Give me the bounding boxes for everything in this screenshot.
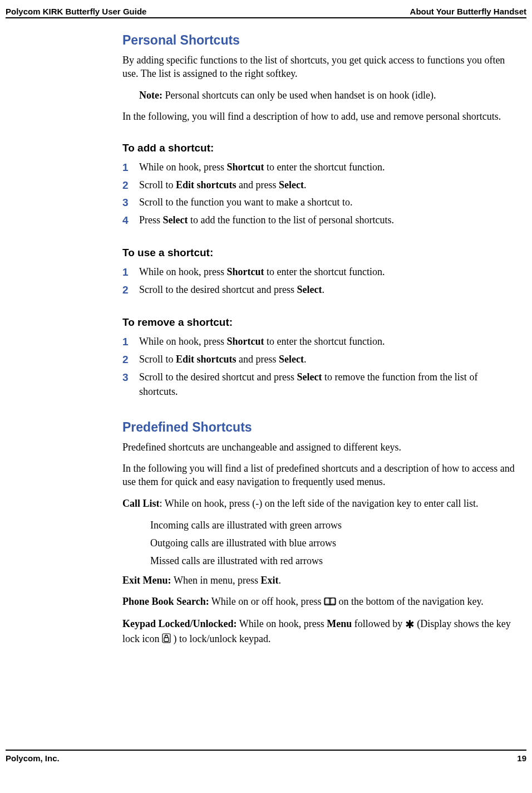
running-footer: Polycom, Inc. 19 xyxy=(6,750,526,763)
heading-remove-shortcut: To remove a shortcut: xyxy=(122,316,516,329)
list-item: 1 While on hook, press Shortcut to enter… xyxy=(122,334,516,350)
list-item: 2 Scroll to Edit shortcuts and press Sel… xyxy=(122,178,516,193)
list-item: 2 Scroll to the desired shortcut and pre… xyxy=(122,282,516,298)
heading-add-shortcut: To add a shortcut: xyxy=(122,142,516,154)
heading-predefined-shortcuts: Predefined Shortcuts xyxy=(122,420,516,435)
legend-item: Missed calls are illustrated with red ar… xyxy=(150,554,516,569)
paragraph: In the following, you will find a descri… xyxy=(122,110,516,123)
footer-page-number: 19 xyxy=(517,753,526,763)
footer-rule xyxy=(6,750,526,751)
paragraph-keypad-lock: Keypad Locked/Unlocked: While on hook, p… xyxy=(122,617,516,647)
header-right: About Your Butterfly Handset xyxy=(410,7,526,16)
note-text: Personal shortcuts can only be used when… xyxy=(162,90,436,101)
step-text: Scroll to Edit shortcuts and press Selec… xyxy=(139,352,516,366)
legend-item: Incoming calls are illustrated with gree… xyxy=(150,518,516,533)
step-text: While on hook, press Shortcut to enter t… xyxy=(139,265,516,279)
step-text: Scroll to the desired shortcut and press… xyxy=(139,282,516,297)
running-header: Polycom KIRK Butterfly User Guide About … xyxy=(6,7,526,17)
step-number: 1 xyxy=(122,160,139,175)
main-content: Personal Shortcuts By adding specific fu… xyxy=(122,33,516,647)
footer-left: Polycom, Inc. xyxy=(6,753,60,763)
legend-item: Outgoing calls are illustrated with blue… xyxy=(150,536,516,551)
paragraph: Predefined shortcuts are unchangeable an… xyxy=(122,440,516,454)
steps-remove: 1 While on hook, press Shortcut to enter… xyxy=(122,334,516,398)
paragraph-phone-book-search: Phone Book Search: While on or off hook,… xyxy=(122,595,516,609)
list-item: 3 Scroll to the desired shortcut and pre… xyxy=(122,370,516,399)
step-number: 2 xyxy=(122,282,139,298)
list-item: 1 While on hook, press Shortcut to enter… xyxy=(122,160,516,175)
step-number: 3 xyxy=(122,195,139,211)
lock-icon xyxy=(162,633,171,647)
heading-use-shortcut: To use a shortcut: xyxy=(122,247,516,259)
steps-use: 1 While on hook, press Shortcut to enter… xyxy=(122,265,516,297)
heading-personal-shortcuts: Personal Shortcuts xyxy=(122,33,516,48)
list-item: 3 Scroll to the function you want to mak… xyxy=(122,195,516,211)
paragraph-call-list: Call List: While on hook, press (-) on t… xyxy=(122,497,516,510)
steps-add: 1 While on hook, press Shortcut to enter… xyxy=(122,160,516,228)
page: Polycom KIRK Butterfly User Guide About … xyxy=(0,0,532,768)
paragraph: In the following you will find a list of… xyxy=(122,462,516,489)
step-number: 2 xyxy=(122,178,139,193)
svg-rect-2 xyxy=(164,638,169,642)
list-item: 1 While on hook, press Shortcut to enter… xyxy=(122,265,516,280)
paragraph-exit-menu: Exit Menu: When in menu, press Exit. xyxy=(122,574,516,587)
paragraph: By adding specific functions to the list… xyxy=(122,53,516,81)
note-label: Note: xyxy=(139,90,162,101)
step-text: While on hook, press Shortcut to enter t… xyxy=(139,334,516,349)
step-number: 4 xyxy=(122,213,139,228)
header-left: Polycom KIRK Butterfly User Guide xyxy=(6,7,146,16)
step-number: 1 xyxy=(122,334,139,350)
step-number: 1 xyxy=(122,265,139,280)
book-icon xyxy=(324,596,336,609)
step-text: While on hook, press Shortcut to enter t… xyxy=(139,160,516,174)
note-paragraph: Note: Personal shortcuts can only be use… xyxy=(139,89,516,102)
step-text: Scroll to the desired shortcut and press… xyxy=(139,370,516,399)
step-text: Press Select to add the function to the … xyxy=(139,213,516,227)
step-number: 2 xyxy=(122,352,139,368)
call-list-legend: Incoming calls are illustrated with gree… xyxy=(150,518,516,569)
step-text: Scroll to Edit shortcuts and press Selec… xyxy=(139,178,516,192)
step-number: 3 xyxy=(122,370,139,385)
list-item: 4 Press Select to add the function to th… xyxy=(122,213,516,228)
list-item: 2 Scroll to Edit shortcuts and press Sel… xyxy=(122,352,516,368)
step-text: Scroll to the function you want to make … xyxy=(139,195,516,209)
header-rule xyxy=(6,17,526,18)
star-key-icon: ✱ xyxy=(405,618,415,630)
